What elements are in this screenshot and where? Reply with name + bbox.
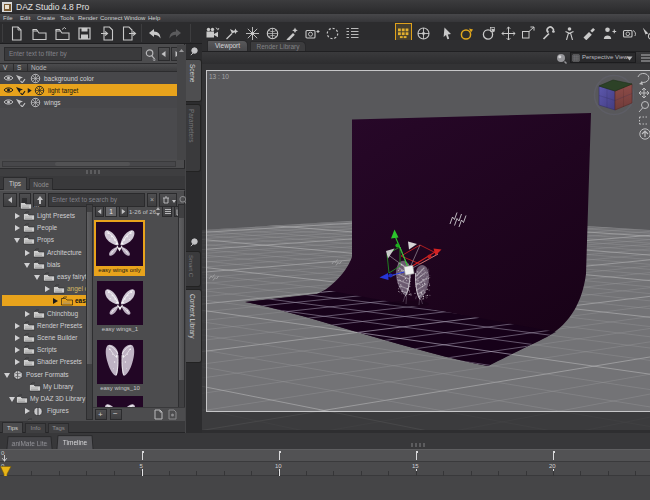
- svg-text:13 : 10: 13 : 10: [209, 73, 229, 80]
